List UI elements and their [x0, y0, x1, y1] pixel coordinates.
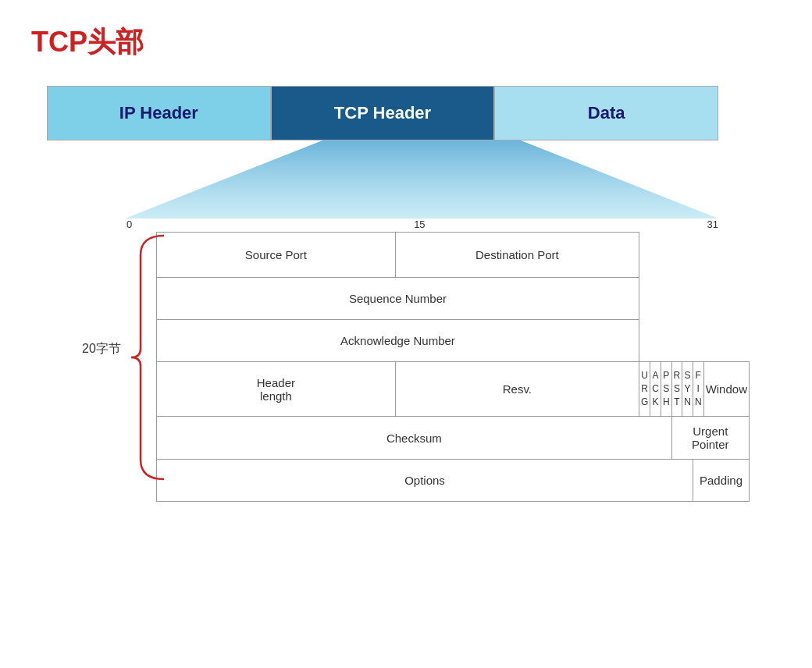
- table-row-ack: Acknowledge Number: [157, 320, 750, 362]
- table-row-checksum: Checksum Urgent Pointer: [157, 417, 750, 460]
- padding-cell: Padding: [693, 460, 749, 502]
- diagram-container: IP Header TCP Header Data 0 15 31: [47, 86, 765, 502]
- dest-port-cell: Destination Port: [395, 233, 639, 278]
- table-row-options: Options Padding: [157, 460, 750, 502]
- detail-section: 20字节 Source Port Destination Port Sequen…: [78, 232, 765, 502]
- table-row-flags: Headerlength Resv. URG ACK PSH RST SYN F…: [157, 362, 750, 417]
- bit-numbers: 0 15 31: [125, 219, 720, 230]
- psh-cell: PSH: [661, 362, 671, 417]
- brace-svg: [125, 232, 172, 483]
- ack-cell: Acknowledge Number: [157, 320, 639, 362]
- page-title: TCP头部: [0, 0, 812, 69]
- ip-header-bar: IP Header: [47, 86, 271, 140]
- urgent-cell: Urgent Pointer: [671, 417, 749, 460]
- checksum-cell: Checksum: [157, 417, 672, 460]
- top-bar: IP Header TCP Header Data: [47, 86, 718, 140]
- seq-cell: Sequence Number: [157, 278, 639, 320]
- syn-cell: SYN: [682, 362, 693, 417]
- bit-end: 31: [707, 219, 718, 230]
- bytes-label: 20字节: [82, 341, 121, 357]
- options-cell: Options: [157, 460, 693, 502]
- bit-mid: 15: [414, 219, 425, 230]
- resv-cell: Resv.: [395, 362, 639, 417]
- urg-cell: URG: [639, 362, 650, 417]
- tcp-header-bar: TCP Header: [271, 86, 495, 140]
- tcp-detail-table: Source Port Destination Port Sequence Nu…: [156, 232, 750, 502]
- fin-cell: FIN: [693, 362, 703, 417]
- ack-flag-cell: ACK: [650, 362, 661, 417]
- funnel: [125, 140, 718, 219]
- bit-start: 0: [126, 219, 132, 230]
- header-length-cell: Headerlength: [157, 362, 396, 417]
- table-row-ports: Source Port Destination Port: [157, 233, 750, 278]
- source-port-cell: Source Port: [157, 233, 396, 278]
- window-cell: Window: [703, 362, 749, 417]
- svg-marker-0: [125, 140, 718, 219]
- table-row-seq: Sequence Number: [157, 278, 750, 320]
- data-bar: Data: [494, 86, 718, 140]
- rst-cell: RST: [671, 362, 682, 417]
